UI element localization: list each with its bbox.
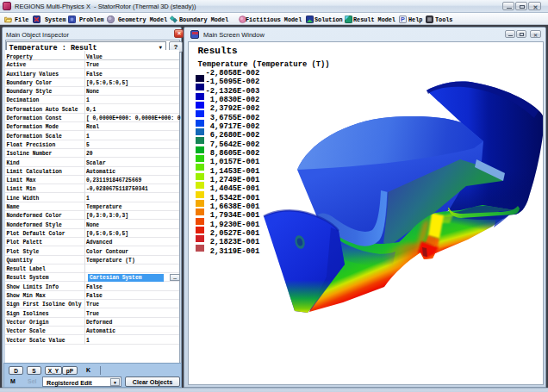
svg-text:P: P [401,16,405,23]
